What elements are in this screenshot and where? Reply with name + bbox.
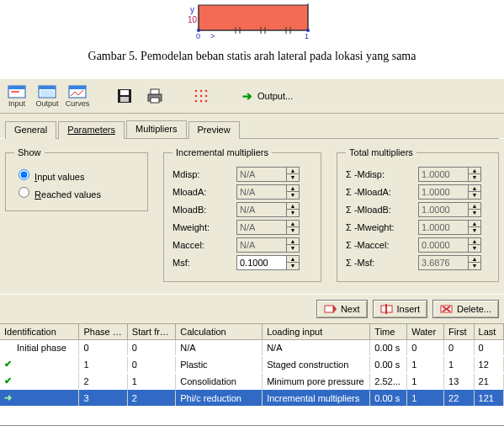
phase-nav-buttons: Next Insert Delete... xyxy=(0,294,504,323)
svg-rect-0 xyxy=(199,5,308,30)
next-icon xyxy=(324,303,337,315)
tot-mloada-input[interactable]: ▲▼ xyxy=(418,184,481,200)
input-tool-icon[interactable]: Input xyxy=(5,84,29,108)
delete-icon xyxy=(440,303,454,315)
maccel-input[interactable]: ▲▼ xyxy=(236,237,300,253)
svg-rect-29 xyxy=(151,89,159,94)
main-toolbar: Input Output Curves ➔ Output... xyxy=(0,78,504,114)
svg-rect-22 xyxy=(40,90,54,97)
svg-point-39 xyxy=(205,100,208,103)
tab-general[interactable]: General xyxy=(5,121,56,139)
svg-text:0: 0 xyxy=(196,32,200,40)
svg-point-16 xyxy=(306,29,310,32)
insert-icon xyxy=(380,303,394,315)
arrow-right-icon: ➔ xyxy=(242,89,252,103)
svg-point-38 xyxy=(200,100,203,103)
incremental-multipliers-group: Incremental multipliers Mdisp: ▲▼ MloadA… xyxy=(163,147,321,282)
table-row[interactable]: ✔ 21ConsolidationMinimum pore pressure2.… xyxy=(0,373,504,390)
delete-button[interactable]: Delete... xyxy=(432,300,499,318)
tot-mloadb-input[interactable]: ▲▼ xyxy=(418,202,481,217)
show-group: Show Input values Reached values xyxy=(5,147,148,211)
insert-button[interactable]: Insert xyxy=(373,300,428,318)
multipliers-page: Show Input values Reached values Increme… xyxy=(0,139,504,294)
table-header: Identification Phase no. Start from Calc… xyxy=(0,324,504,340)
radio-input-values[interactable]: Input values xyxy=(14,167,139,182)
save-icon[interactable] xyxy=(113,84,136,108)
mloadb-input[interactable]: ▲▼ xyxy=(236,202,300,217)
svg-text:y: y xyxy=(190,5,194,14)
svg-rect-26 xyxy=(120,90,129,95)
tot-maccel-input[interactable]: ▲▼ xyxy=(418,237,481,253)
total-multipliers-group: Total multipliers Σ -Mdisp: ▲▼ Σ -MloadA… xyxy=(337,147,499,282)
svg-point-35 xyxy=(200,95,203,98)
table-row[interactable]: ➜ 32Phi/c reductionIncremental multiplie… xyxy=(0,390,504,407)
svg-rect-24 xyxy=(69,86,86,89)
tabs-bar: General Parameters Multipliers Preview xyxy=(0,114,504,138)
tot-msf-input[interactable]: ▲▼ xyxy=(418,255,481,270)
svg-point-34 xyxy=(195,95,198,98)
svg-point-32 xyxy=(200,90,203,93)
svg-rect-18 xyxy=(8,86,25,89)
table-row[interactable]: ✔ 10PlasticStaged construction0.00 s1112 xyxy=(0,356,504,373)
svg-point-15 xyxy=(197,29,200,32)
svg-point-33 xyxy=(205,90,208,93)
curves-tool-icon[interactable]: Curves xyxy=(66,84,89,108)
svg-point-37 xyxy=(195,100,198,103)
table-row[interactable]: Initial phase00N/AN/A0.00 s000 xyxy=(0,340,504,356)
figure-caption: Gambar 5. Pemodelan beban statis arah la… xyxy=(0,45,504,78)
msf-input[interactable]: ▲▼ xyxy=(236,255,300,270)
svg-rect-19 xyxy=(11,91,19,93)
mloada-input[interactable]: ▲▼ xyxy=(236,184,300,200)
tab-preview[interactable]: Preview xyxy=(188,121,240,139)
svg-text:10: 10 xyxy=(188,15,198,24)
next-button[interactable]: Next xyxy=(316,300,368,318)
svg-text:1: 1 xyxy=(305,32,309,40)
radio-reached-values[interactable]: Reached values xyxy=(14,184,139,200)
mdisp-input[interactable]: ▲▼ xyxy=(236,167,300,182)
tot-mweight-input[interactable]: ▲▼ xyxy=(418,220,481,235)
output-tool-icon[interactable]: Output xyxy=(35,84,59,108)
print-icon[interactable] xyxy=(143,84,167,108)
svg-point-31 xyxy=(195,90,198,93)
tot-mdisp-input[interactable]: ▲▼ xyxy=(418,167,481,182)
mweight-input[interactable]: ▲▼ xyxy=(236,220,300,235)
svg-rect-30 xyxy=(151,98,159,103)
svg-rect-27 xyxy=(120,97,129,102)
svg-rect-40 xyxy=(325,306,333,312)
svg-text:>: > xyxy=(210,32,215,40)
phases-table: Identification Phase no. Start from Calc… xyxy=(0,323,504,407)
mesh-icon[interactable] xyxy=(190,84,214,108)
svg-point-36 xyxy=(205,95,208,98)
tab-multipliers[interactable]: Multipliers xyxy=(126,120,187,138)
model-sketch: y 10 0 1 > xyxy=(0,0,504,45)
tab-parameters[interactable]: Parameters xyxy=(58,121,125,139)
output-button[interactable]: ➔ Output... xyxy=(237,88,298,104)
svg-rect-21 xyxy=(39,86,56,89)
